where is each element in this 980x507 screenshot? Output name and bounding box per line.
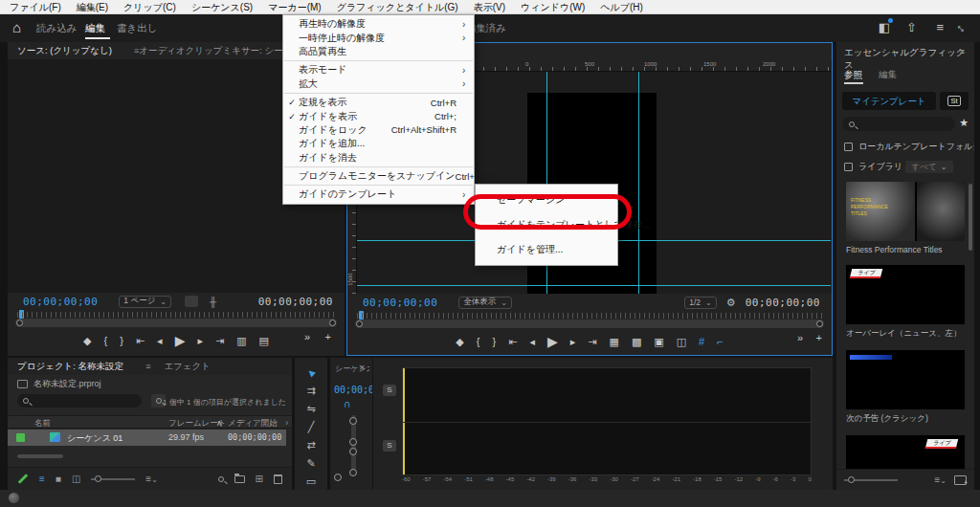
scrollbar-right-handle[interactable] (329, 320, 336, 326)
view-menu-item[interactable]: ✓定規を表示Ctrl+R (283, 96, 474, 109)
go-to-in-button[interactable]: ⇤ (136, 336, 145, 346)
header-tab-edit[interactable]: 編集 (85, 22, 105, 35)
step-back-button[interactable]: ◂ (157, 336, 163, 346)
sync-status-icon[interactable] (9, 493, 19, 503)
library-select[interactable]: すべて⌄ (905, 161, 953, 173)
icon-view-icon[interactable]: ■ (56, 474, 61, 484)
freeform-view-icon[interactable]: ◫ (72, 474, 80, 484)
go-to-in-button[interactable]: ⇤ (508, 337, 517, 347)
source-zoom-select[interactable]: 1 ページ⌄ (119, 296, 171, 308)
insert-button[interactable]: ▥ (236, 336, 246, 346)
sequence-name[interactable]: シーケンス 01 (67, 432, 122, 445)
template-thumbnail[interactable]: ライブ (846, 265, 965, 324)
workspace-icon[interactable]: ◧ (879, 20, 890, 34)
view-menu-item[interactable]: 拡大› (283, 77, 474, 91)
add-button-icon[interactable]: + (325, 331, 331, 342)
sort-icon[interactable]: ≡⌄ (934, 475, 947, 485)
project-search-input[interactable] (17, 394, 142, 408)
step-back-button[interactable]: ◂ (529, 337, 535, 347)
view-menu-item[interactable]: 表示モード› (283, 63, 474, 77)
scrollbar-left-handle[interactable] (356, 320, 363, 327)
template-item[interactable]: 次の予告 (クラシック) (846, 350, 965, 425)
source-playhead-timecode[interactable]: 00;00;00;00 (23, 296, 98, 308)
project-file-row[interactable]: 名称未設定.prproj (17, 378, 101, 390)
view-menu-item[interactable]: ガイドをロックCtrl+Alt+Shift+R (283, 123, 474, 137)
menubar-item[interactable]: 表示(V) (466, 0, 513, 14)
adobe-stock-button[interactable]: St (940, 92, 969, 110)
selection-tool[interactable]: ◄ (303, 365, 318, 380)
go-to-out-button[interactable]: ⇥ (215, 336, 224, 346)
tab-browse[interactable]: 参照 (844, 69, 862, 81)
thumbnail-size-slider[interactable] (844, 479, 898, 481)
source-settings-button[interactable] (185, 296, 198, 307)
view-menu-item[interactable]: プログラムモニターをスナップインCtrl+Shift+; (283, 169, 474, 183)
stack-icon[interactable]: ≡ (936, 20, 944, 34)
mark-in-button[interactable]: { (477, 337, 480, 347)
ripple-edit-tool[interactable]: ⇋ (306, 404, 315, 414)
scrollbar-left-handle[interactable] (16, 320, 23, 326)
guide-vertical-2[interactable] (638, 72, 639, 294)
checkbox[interactable] (844, 163, 853, 171)
mark-out-button[interactable]: } (120, 336, 123, 346)
go-to-out-button[interactable]: ⇥ (588, 337, 596, 347)
label-color-swatch[interactable] (16, 433, 25, 442)
slip-tool[interactable]: ⇄ (306, 440, 315, 451)
program-scrubber[interactable] (347, 311, 832, 328)
tab-effects[interactable]: エフェクト (164, 361, 211, 373)
pen-tool[interactable]: ✎ (306, 458, 315, 469)
view-menu-item[interactable]: ガイドを消去 (283, 151, 474, 165)
template-thumbnail[interactable] (846, 350, 965, 409)
button-overflow-icon[interactable]: » (304, 331, 310, 342)
program-scrollbar[interactable] (355, 320, 824, 328)
tab-edit[interactable]: 編集 (879, 69, 897, 81)
timeline-timecode[interactable]: 00;00;00;00 (334, 385, 372, 395)
timeline-tab[interactable]: シーケンス 01 (335, 364, 369, 374)
slider-knob[interactable] (848, 476, 855, 483)
share-icon[interactable]: ⇧ (906, 20, 917, 34)
show-guides-button[interactable]: # (699, 337, 704, 347)
fader-knob[interactable] (349, 448, 357, 455)
vertical-scrollbar[interactable] (969, 184, 972, 251)
column-media-start[interactable]: メディア開始 (228, 418, 278, 430)
source-scrubber[interactable] (8, 310, 345, 327)
panel-menu-icon[interactable]: ≡ (145, 362, 150, 371)
menubar-item[interactable]: クリップ(C) (116, 0, 184, 14)
add-button-icon[interactable]: + (816, 332, 822, 343)
my-templates-button[interactable]: マイテンプレート (842, 92, 936, 110)
view-menu-item[interactable]: 再生時の解像度› (283, 17, 474, 31)
guide-horizontal-2[interactable] (357, 285, 831, 286)
solo-track-1-button[interactable]: S (383, 385, 396, 396)
local-templates-checkbox-row[interactable]: ローカルテンプレートフォルダー (844, 141, 974, 153)
panel-tab[interactable]: ソース: (クリップなし) (17, 45, 112, 57)
snap-in-program-monitor-button[interactable]: ⌐ (717, 337, 723, 347)
fader-knob[interactable] (349, 417, 357, 425)
scrollbar-right-handle[interactable] (816, 320, 823, 327)
view-menu-item[interactable]: ✓ガイドを表示Ctrl+; (283, 109, 474, 122)
add-marker-button[interactable]: ◆ (456, 337, 463, 347)
template-thumbnail[interactable]: FITNESSPERFORMANCETITLES (846, 182, 965, 241)
template-item[interactable]: ライブオーバーレイ（ニュース、左） (846, 265, 965, 340)
drag-video-audio-icon[interactable]: ╫ (210, 297, 216, 307)
zoom-slider-knob[interactable] (95, 475, 101, 482)
menubar-item[interactable]: グラフィックとタイトル(G) (329, 0, 466, 14)
panel-menu-icon[interactable]: ≡ (960, 47, 965, 56)
new-item-icon[interactable]: ⊞ (256, 474, 263, 484)
step-forward-button[interactable]: ▸ (570, 337, 576, 347)
lift-button[interactable]: ▦ (609, 337, 618, 347)
export-frame-button[interactable]: ▣ (654, 337, 663, 347)
submenu-item[interactable]: ガイドを管理... (476, 237, 617, 262)
overwrite-button[interactable]: ▤ (259, 336, 269, 346)
source-scrollbar[interactable] (15, 319, 337, 327)
menubar-item[interactable]: マーカー(M) (260, 0, 328, 14)
button-overflow-icon[interactable]: » (797, 332, 803, 343)
extract-button[interactable]: ▩ (632, 337, 641, 347)
column-name[interactable]: 名前 (34, 418, 51, 430)
header-tab-export[interactable]: 書き出し (117, 22, 158, 35)
horizontal-scrollbar[interactable] (17, 454, 63, 458)
view-menu-item[interactable]: 高品質再生 (283, 45, 474, 58)
step-forward-button[interactable]: ▸ (197, 336, 203, 346)
view-menu-item[interactable]: ガイドを追加... (283, 137, 474, 150)
zoom-slider[interactable] (91, 478, 135, 480)
template-search-input[interactable] (842, 117, 955, 131)
solo-track-2-button[interactable]: S (383, 440, 396, 452)
